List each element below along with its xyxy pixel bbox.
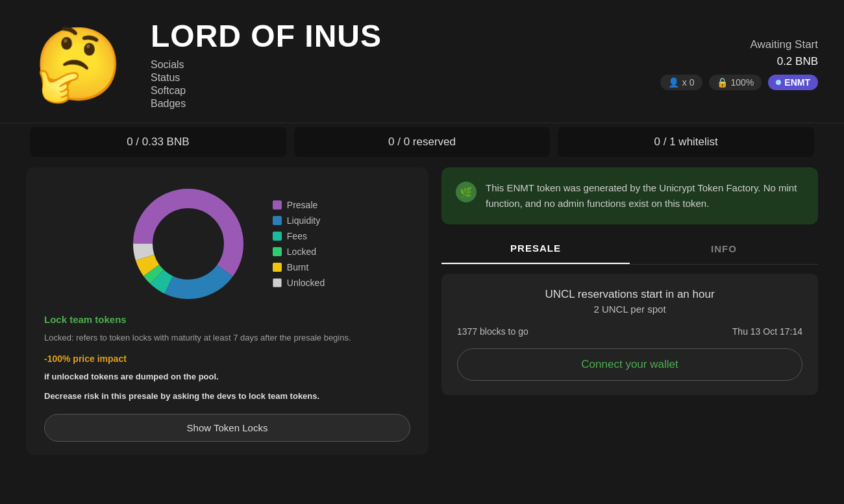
donut-chart — [130, 186, 247, 302]
stat-bar: 0 / 0.33 BNB 0 / 0 reserved 0 / 1 whitel… — [0, 125, 844, 160]
price-impact-label: -100% price impact — [44, 354, 410, 364]
enmt-notice: 🌿 This ENMT token was generated by the U… — [441, 167, 818, 224]
leaf-icon: 🌿 — [460, 186, 473, 198]
status-link[interactable]: Status — [151, 72, 660, 84]
uncl-subtitle: 2 UNCL per spot — [457, 304, 802, 315]
enmt-label: ENMT — [784, 77, 810, 88]
presale-card: UNCL reservations start in an hour 2 UNC… — [441, 274, 818, 395]
lock-icon: 🔒 — [717, 77, 728, 88]
softcap-link[interactable]: Softcap — [151, 85, 660, 97]
person-icon: 👤 — [668, 77, 679, 88]
whitelist-stat: 0 / 1 whitelist — [558, 127, 814, 157]
svg-point-6 — [156, 211, 221, 276]
enmt-notice-text: This ENMT token was generated by the Uni… — [486, 180, 804, 211]
legend-fees: Fees — [273, 231, 325, 241]
lock-tokens-label: Lock team tokens — [44, 314, 410, 325]
right-panel: 🌿 This ENMT token was generated by the U… — [441, 167, 818, 455]
price-impact-desc1: if unlocked tokens are dumped on the poo… — [44, 370, 410, 384]
blocks-row: 1377 blocks to go Thu 13 Oct 17:14 — [457, 326, 802, 337]
show-token-locks-button[interactable]: Show Token Locks — [44, 414, 410, 442]
tab-presale[interactable]: PRESALE — [441, 234, 630, 264]
page-header: 🤔 LORD OF INUS Socials Status Softcap Ba… — [0, 0, 844, 123]
persons-badge: 👤 x 0 — [660, 75, 702, 90]
uncl-title: UNCL reservations start in an hour — [457, 288, 802, 301]
left-panel: Presale Liquidity Fees Locked Burnt — [26, 167, 428, 455]
legend-presale: Presale — [273, 200, 325, 210]
socials-link[interactable]: Socials — [151, 59, 660, 71]
persons-count: x 0 — [682, 77, 695, 88]
main-content: Presale Liquidity Fees Locked Burnt — [0, 161, 844, 461]
chart-legend: Presale Liquidity Fees Locked Burnt — [273, 200, 325, 288]
bnb-progress-stat: 0 / 0.33 BNB — [30, 127, 286, 157]
lock-tokens-desc: Locked: refers to token locks with matur… — [44, 331, 410, 344]
enmt-badge: ENMT — [768, 75, 818, 90]
enmt-leaf-icon: 🌿 — [456, 182, 477, 202]
legend-liquidity: Liquidity — [273, 215, 325, 226]
tab-info[interactable]: INFO — [630, 234, 818, 263]
meta-badges: 👤 x 0 🔒 100% ENMT — [660, 75, 818, 90]
price-impact-desc2: Decrease risk in this presale by asking … — [44, 390, 410, 403]
awaiting-start-label: Awaiting Start — [750, 38, 818, 51]
project-title: LORD OF INUS — [151, 18, 660, 54]
enmt-dot — [776, 80, 781, 85]
blocks-left: 1377 blocks to go — [457, 326, 528, 337]
header-meta: Awaiting Start 0.2 BNB 👤 x 0 🔒 100% ENMT — [660, 38, 818, 90]
presale-date: Thu 13 Oct 17:14 — [732, 326, 802, 337]
bnb-amount-label: 0.2 BNB — [777, 55, 818, 68]
legend-unlocked: Unlocked — [273, 278, 325, 288]
header-links: Socials Status Softcap Badges — [151, 59, 660, 110]
chart-legend-row: Presale Liquidity Fees Locked Burnt — [44, 186, 410, 302]
lock-pct: 100% — [731, 77, 754, 88]
legend-burnt: Burnt — [273, 262, 325, 272]
project-emoji: 🤔 — [26, 29, 130, 100]
tabs-row: PRESALE INFO — [441, 234, 818, 265]
header-info: LORD OF INUS Socials Status Softcap Badg… — [151, 18, 660, 110]
reserved-stat: 0 / 0 reserved — [294, 127, 551, 157]
badges-link[interactable]: Badges — [151, 98, 660, 110]
lock-badge: 🔒 100% — [709, 75, 762, 90]
connect-wallet-button[interactable]: Connect your wallet — [457, 348, 802, 381]
top-divider — [0, 123, 844, 123]
legend-locked: Locked — [273, 246, 325, 257]
